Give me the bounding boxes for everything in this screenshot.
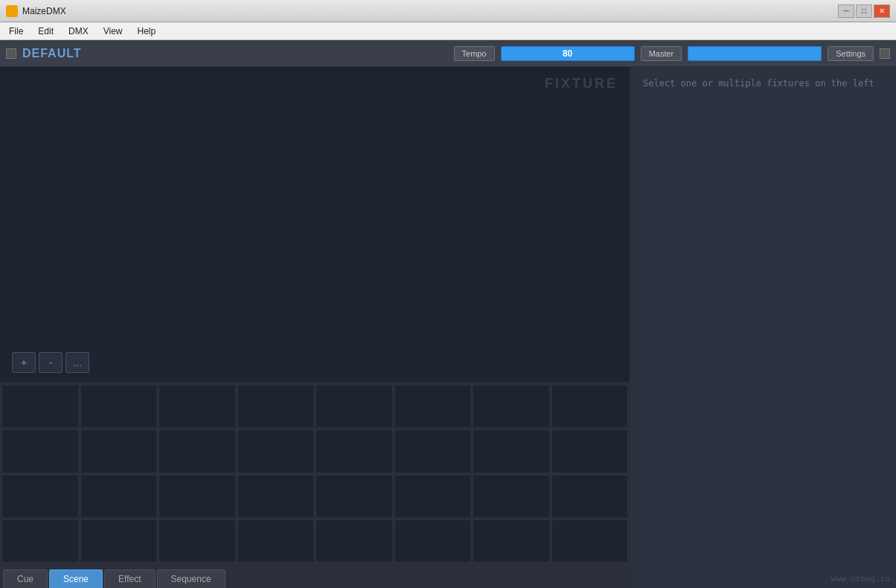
menu-help[interactable]: Help	[132, 25, 162, 38]
tab-cue[interactable]: Cue	[3, 569, 48, 588]
app-container: DEFAULT Tempo 80 Master Settings FIXTURE…	[0, 40, 896, 588]
right-panel: Select one or multiple fixtures on the l…	[631, 67, 896, 588]
cue-cell[interactable]	[551, 429, 629, 473]
tempo-button[interactable]: Tempo	[454, 46, 495, 61]
cue-cell[interactable]	[316, 520, 393, 563]
title-bar: MaizeDMX ─ □ ✕	[0, 0, 896, 22]
default-indicator	[6, 48, 16, 59]
app-icon	[6, 5, 18, 17]
menu-dmx[interactable]: DMX	[63, 25, 95, 38]
cue-cell[interactable]	[237, 385, 315, 428]
cue-cell[interactable]	[316, 385, 393, 428]
cue-cell[interactable]	[551, 475, 629, 518]
cue-cell[interactable]	[394, 429, 472, 473]
cue-cell[interactable]	[551, 385, 629, 428]
cue-cell[interactable]	[316, 429, 393, 473]
maximize-button[interactable]: □	[856, 4, 872, 18]
fixture-buttons: + - ...	[12, 352, 89, 373]
tab-effect[interactable]: Effect	[104, 569, 155, 588]
cue-cell[interactable]	[394, 385, 472, 428]
tab-scene[interactable]: Scene	[49, 569, 103, 588]
title-bar-left: MaizeDMX	[6, 5, 66, 17]
minimize-button[interactable]: ─	[838, 4, 854, 18]
cue-cell[interactable]	[159, 475, 236, 518]
cue-cell[interactable]	[1, 385, 79, 428]
cue-cell[interactable]	[1, 520, 79, 563]
settings-square	[880, 48, 890, 59]
cue-cell[interactable]	[551, 520, 629, 563]
cue-cell[interactable]	[473, 385, 550, 428]
cue-cell[interactable]	[237, 429, 315, 473]
remove-fixture-button[interactable]: -	[39, 352, 63, 373]
cue-cell[interactable]	[473, 429, 550, 473]
cue-cell[interactable]	[80, 385, 158, 428]
master-bar[interactable]	[688, 46, 822, 61]
tab-sequence[interactable]: Sequence	[157, 569, 225, 588]
cue-cell[interactable]	[316, 475, 393, 518]
cue-cell[interactable]	[473, 520, 550, 563]
menu-view[interactable]: View	[97, 25, 129, 38]
menu-edit[interactable]: Edit	[32, 25, 60, 38]
cue-cell[interactable]	[80, 475, 158, 518]
cue-cell[interactable]	[159, 429, 236, 473]
master-button[interactable]: Master	[641, 46, 682, 61]
close-button[interactable]: ✕	[874, 4, 890, 18]
cue-cell[interactable]	[80, 520, 158, 563]
right-panel-hint: Select one or multiple fixtures on the l…	[643, 78, 874, 89]
title-bar-controls: ─ □ ✕	[838, 4, 890, 18]
watermark: www.ucbug.co	[831, 574, 890, 584]
content-area: FIXTURE + - ...	[0, 67, 896, 588]
cue-cell[interactable]	[237, 475, 315, 518]
add-fixture-button[interactable]: +	[12, 352, 36, 373]
cue-cell[interactable]	[1, 475, 79, 518]
left-panel: FIXTURE + - ...	[0, 67, 631, 588]
toolbar: DEFAULT Tempo 80 Master Settings	[0, 40, 896, 67]
title-text: MaizeDMX	[22, 6, 66, 16]
cue-cell[interactable]	[473, 475, 550, 518]
cue-cell[interactable]	[394, 475, 472, 518]
more-fixture-button[interactable]: ...	[65, 352, 89, 373]
menu-file[interactable]: File	[3, 25, 29, 38]
tempo-value: 80	[563, 48, 572, 59]
cue-area: Cue Scene Effect Sequence	[0, 383, 630, 588]
tab-bar: Cue Scene Effect Sequence	[0, 564, 630, 588]
default-label: DEFAULT	[22, 47, 82, 60]
settings-button[interactable]: Settings	[828, 46, 874, 61]
cue-cell[interactable]	[1, 429, 79, 473]
cue-cell[interactable]	[394, 520, 472, 563]
fixture-panel: FIXTURE + - ...	[0, 67, 630, 383]
fixture-label: FIXTURE	[545, 76, 618, 92]
cue-cell[interactable]	[159, 520, 236, 563]
cue-cell[interactable]	[237, 520, 315, 563]
menu-bar: File Edit DMX View Help	[0, 22, 896, 40]
tempo-bar[interactable]: 80	[501, 46, 635, 61]
cue-cell[interactable]	[159, 385, 236, 428]
cue-cell[interactable]	[80, 429, 158, 473]
cue-grid	[0, 383, 630, 564]
